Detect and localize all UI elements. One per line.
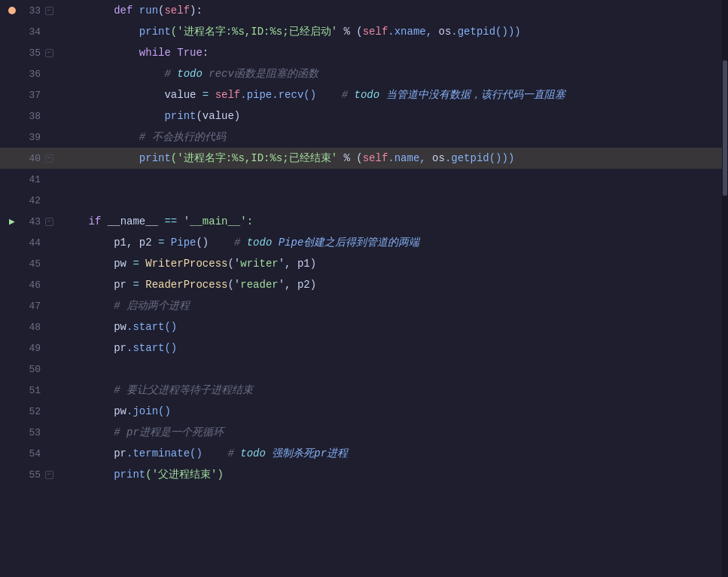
line-gutter: 52 [0,404,60,419]
line-gutter: 40− [0,151,60,166]
code-line: 46 pr = ReaderProcess('reader', p2) [0,274,728,295]
line-content: if __name__ == '__main__': [60,211,728,232]
code-line: 55− print('父进程结束') [0,464,728,485]
line-number: 49 [23,343,41,354]
line-content: def run(self): [60,0,728,21]
line-gutter: 48 [0,319,60,334]
line-gutter: 50 [0,362,60,377]
line-number: 35 [23,47,41,59]
code-line: 42 [0,190,728,211]
line-gutter: ▶43− [0,214,60,229]
code-line: 39 # 不会执行的代码 [0,127,728,148]
line-number: 44 [23,237,41,249]
fold-icon[interactable]: − [45,49,53,57]
line-number: 55 [23,469,41,481]
fold-icon[interactable]: − [45,7,53,15]
line-content: print('父进程结束') [60,464,728,485]
line-content: pw.start() [60,316,728,337]
run-arrow-icon: ▶ [9,217,15,227]
line-content: print('进程名字:%s,ID:%s;已经结束' % (self.name,… [60,148,728,169]
line-gutter: 33− [0,3,60,18]
line-number: 51 [23,385,41,396]
line-number: 33 [23,5,41,17]
line-number: 53 [23,427,41,438]
line-gutter: 49 [0,340,60,356]
code-line: 35− while True: [0,42,728,63]
code-line: 40− print('进程名字:%s,ID:%s;已经结束' % (self.n… [0,148,728,169]
code-line: 37 value = self.pipe.recv() # todo 当管道中没… [0,84,728,105]
code-line: 34 print('进程名字:%s,ID:%s;已经启动' % (self.xn… [0,21,728,42]
code-line: 41 [0,169,728,190]
code-line: 49 pr.start() [0,337,728,359]
code-line: 36 # todo recv函数是阻塞的函数 [0,63,728,84]
code-line: 33− def run(self): [0,0,728,21]
line-gutter: 53 [0,425,60,440]
line-gutter: 35− [0,45,60,60]
line-content: # 启动两个进程 [60,295,728,316]
line-gutter: 38 [0,108,60,124]
code-line: 52 pw.join() [0,401,728,422]
scrollbar-thumb[interactable] [723,60,727,196]
line-content: while True: [60,42,728,63]
code-line: ▶43− if __name__ == '__main__': [0,211,728,232]
line-number: 36 [23,69,41,80]
line-content: print('进程名字:%s,ID:%s;已经启动' % (self.xname… [60,21,728,42]
line-number: 54 [23,448,41,459]
line-content: # todo recv函数是阻塞的函数 [60,63,728,84]
line-number: 52 [23,406,41,417]
line-content: # 要让父进程等待子进程结束 [60,380,728,401]
line-content: p1, p2 = Pipe() # todo Pipe创建之后得到管道的两端 [60,232,728,253]
code-line: 45 pw = WriterProcess('writer', p1) [0,253,728,274]
line-gutter: 37 [0,87,60,102]
line-content [60,190,728,211]
line-content: pr.terminate() # todo 强制杀死pr进程 [60,443,728,464]
line-gutter: 54 [0,446,60,461]
line-content: # pr进程是一个死循环 [60,422,728,443]
line-gutter: 45 [0,256,60,271]
line-content: value = self.pipe.recv() # todo 当管道中没有数据… [60,84,728,105]
line-content: pr.start() [60,337,728,359]
line-gutter: 44 [0,235,60,250]
code-editor: 33− def run(self):34 print('进程名字:%s,ID:%… [0,0,728,577]
code-line: 51 # 要让父进程等待子进程结束 [0,380,728,401]
line-number: 41 [23,174,41,185]
code-line: 48 pw.start() [0,316,728,337]
line-gutter: 46 [0,277,60,292]
fold-icon[interactable]: − [45,471,53,479]
line-number: 50 [23,364,41,375]
code-line: 44 p1, p2 = Pipe() # todo Pipe创建之后得到管道的两… [0,232,728,253]
line-number: 43 [23,216,41,227]
breakpoint-icon[interactable] [8,7,16,14]
line-gutter: 47 [0,298,60,313]
line-content: pw = WriterProcess('writer', p1) [60,253,728,274]
line-number: 42 [23,195,41,206]
line-content [60,359,728,380]
line-gutter: 36 [0,66,60,81]
line-number: 47 [23,301,41,312]
line-content: pw.join() [60,401,728,422]
line-content: pr = ReaderProcess('reader', p2) [60,274,728,295]
line-gutter: 55− [0,467,60,482]
line-number: 40 [23,153,41,164]
line-gutter: 51 [0,383,60,398]
code-line: 47 # 启动两个进程 [0,295,728,316]
code-line: 50 [0,359,728,380]
code-line: 53 # pr进程是一个死循环 [0,422,728,443]
line-number: 45 [23,258,41,270]
line-number: 46 [23,279,41,291]
line-number: 48 [23,322,41,333]
line-gutter: 39 [0,130,60,145]
code-line: 54 pr.terminate() # todo 强制杀死pr进程 [0,443,728,464]
line-number: 38 [23,111,41,122]
line-gutter: 41 [0,172,60,187]
fold-icon[interactable]: − [45,154,53,163]
line-gutter: 34 [0,24,60,39]
line-content: # 不会执行的代码 [60,127,728,148]
line-gutter: 42 [0,193,60,208]
line-number: 39 [23,132,41,143]
line-content: print(value) [60,105,728,127]
scrollbar-track[interactable] [722,0,728,577]
code-line: 38 print(value) [0,105,728,127]
line-number: 34 [23,26,41,38]
fold-icon[interactable]: − [45,218,53,226]
